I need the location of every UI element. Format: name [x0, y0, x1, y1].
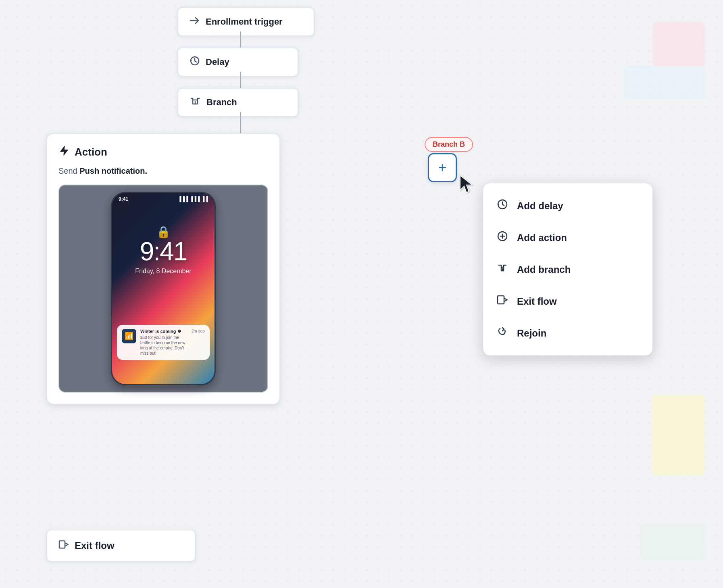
dropdown-menu: Add delay Add action Add branch — [483, 183, 652, 355]
add-delay-icon — [496, 199, 509, 213]
cursor-arrow — [457, 173, 477, 199]
action-description: Send Push notification. — [58, 166, 268, 176]
enrollment-label: Enrollment trigger — [206, 17, 283, 27]
bg-decoration-green — [640, 524, 705, 560]
dropdown-item-exit-flow[interactable]: Exit flow — [483, 285, 652, 317]
dropdown-item-add-delay[interactable]: Add delay — [483, 190, 652, 222]
action-card[interactable]: Action Send Push notification. 9:41 ▐▐▐ … — [46, 133, 280, 405]
branch-label: Branch — [206, 97, 237, 108]
phone-notification: 📶 Winter is coming ❄ $50 for you to join… — [117, 325, 210, 360]
add-action-label: Add action — [517, 232, 567, 243]
exit-flow-menu-label: Exit flow — [517, 296, 557, 307]
action-card-title: Action — [75, 146, 107, 158]
branch-icon — [190, 96, 201, 109]
dropdown-item-rejoin[interactable]: Rejoin — [483, 317, 652, 349]
phone-signal: ▐▐▐ ▐▐▐ ▐▐ — [178, 196, 208, 202]
enrollment-icon — [190, 15, 200, 28]
bg-decoration-blue — [624, 66, 705, 99]
phone-status-bar: 9:41 ▐▐▐ ▐▐▐ ▐▐ — [112, 193, 215, 204]
exit-flow-label: Exit flow — [75, 540, 115, 551]
phone-date: Friday, 8 December — [135, 268, 191, 275]
bg-decoration-yellow — [652, 395, 705, 475]
dropdown-item-add-action[interactable]: Add action — [483, 222, 652, 253]
branch-node[interactable]: Branch — [177, 88, 298, 117]
delay-label: Delay — [206, 57, 229, 67]
exit-flow-card[interactable]: Exit flow — [46, 530, 196, 562]
connector-2 — [240, 72, 241, 89]
phone-time-small: 9:41 — [119, 196, 128, 202]
connector-1 — [240, 31, 241, 48]
add-step-button[interactable]: + — [428, 153, 457, 182]
branch-b-label: Branch B — [425, 137, 473, 152]
enrollment-trigger-node[interactable]: Enrollment trigger — [177, 7, 315, 36]
action-card-header: Action — [58, 145, 268, 159]
notif-body: $50 for you to join the battle to become… — [140, 335, 188, 356]
canvas: Enrollment trigger Delay Branch Bra — [0, 0, 723, 588]
add-action-icon — [496, 231, 509, 245]
phone-mockup: 9:41 ▐▐▐ ▐▐▐ ▐▐ 🔒 9:41 Friday, 8 Decembe… — [111, 192, 216, 385]
exit-flow-menu-icon — [496, 294, 509, 308]
notif-content: Winter is coming ❄ $50 for you to join t… — [140, 329, 188, 356]
phone-screen: 9:41 ▐▐▐ ▐▐▐ ▐▐ 🔒 9:41 Friday, 8 Decembe… — [112, 193, 215, 384]
svg-rect-4 — [498, 296, 504, 304]
rejoin-icon — [496, 326, 509, 340]
bg-decoration-pink — [652, 22, 705, 66]
plus-icon: + — [438, 160, 446, 175]
svg-rect-1 — [59, 541, 65, 548]
notif-app-icon: 📶 — [122, 329, 136, 343]
exit-flow-icon — [58, 539, 69, 552]
notif-time: 2m ago — [192, 329, 205, 333]
add-branch-icon — [496, 262, 509, 276]
delay-node[interactable]: Delay — [177, 48, 298, 77]
phone-big-time: 9:41 — [140, 237, 187, 266]
dropdown-item-add-branch[interactable]: Add branch — [483, 253, 652, 285]
delay-icon — [190, 56, 200, 69]
rejoin-label: Rejoin — [517, 328, 546, 339]
notif-title: Winter is coming ❄ — [140, 329, 188, 334]
phone-preview-container: 9:41 ▐▐▐ ▐▐▐ ▐▐ 🔒 9:41 Friday, 8 Decembe… — [58, 185, 268, 393]
action-card-icon — [58, 145, 70, 159]
add-branch-label: Add branch — [517, 264, 571, 275]
add-delay-label: Add delay — [517, 200, 563, 212]
